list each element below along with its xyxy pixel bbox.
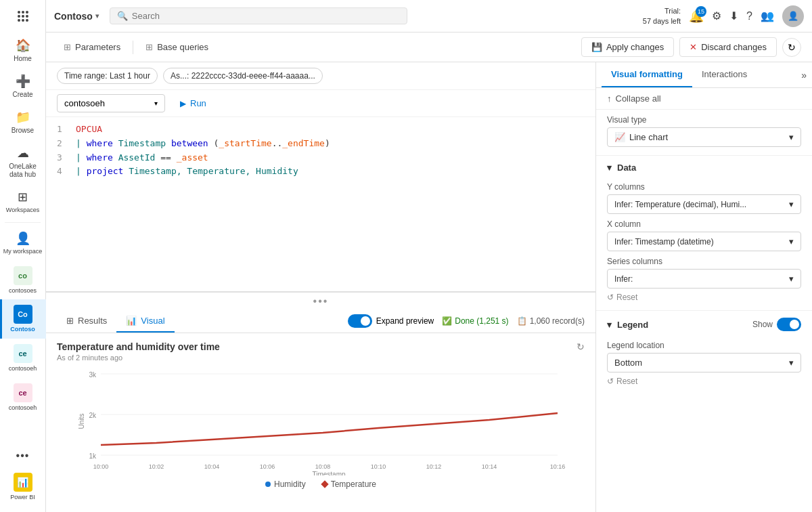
apply-changes-button[interactable]: 💾 Apply changes	[581, 37, 674, 57]
code-editor[interactable]: 1 OPCUA 2 | where Timestamp between (_st…	[46, 117, 595, 293]
results-icon: ⊞	[66, 316, 74, 326]
sidebar-onelake-label: OneLake data hub	[3, 163, 43, 179]
contosoes-avatar: co	[14, 266, 32, 285]
svg-text:3k: 3k	[89, 371, 97, 379]
collapse-all-row[interactable]: ↑ Collapse all	[596, 88, 812, 110]
visual-label: Visual	[141, 316, 164, 326]
sidebar-item-myworkspace[interactable]: 👤 My workspace	[0, 226, 46, 261]
sidebar-contosoeh-label: contosoeh	[9, 365, 37, 372]
results-tab[interactable]: ⊞ Results	[57, 310, 116, 333]
code-line-2: 2 | where Timestamp between (_startTime.…	[57, 137, 585, 151]
browse-icon: 📁	[16, 110, 30, 125]
sidebar-item-powerbi[interactable]: 📊 Power BI	[0, 467, 46, 507]
code-line-1: 1 OPCUA	[57, 123, 585, 137]
sidebar-item-browse[interactable]: 📁 Browse	[0, 104, 46, 140]
parameters-icon: ⊞	[64, 42, 71, 52]
chart-container: 3k 2k 1k Units 10:00 10:02	[57, 367, 585, 475]
reset-row-2[interactable]: ↺ Reset	[607, 377, 801, 386]
parameters-tab[interactable]: ⊞ Parameters	[57, 38, 127, 56]
search-input[interactable]	[132, 11, 400, 21]
collapse-legend-icon: ▾	[607, 320, 612, 330]
chart-legend: Humidity Temperature	[57, 479, 585, 489]
refresh-button[interactable]: ↻	[782, 38, 801, 57]
line-num-3: 3	[57, 151, 68, 165]
visual-type-label: Visual type	[607, 115, 801, 125]
record-count: 📋 1,060 record(s)	[517, 316, 585, 326]
expand-panel-button[interactable]: »	[801, 70, 807, 81]
legend-temperature: Temperature	[322, 479, 376, 489]
sidebar-item-create[interactable]: ➕ Create	[0, 68, 46, 104]
sidebar-item-apps[interactable]	[0, 5, 46, 27]
sidebar-item-contosoes[interactable]: co contosoes	[0, 261, 46, 300]
apply-label: Apply changes	[606, 42, 664, 52]
search-box[interactable]: 🔍	[110, 7, 407, 24]
refresh-icon: ↻	[788, 42, 796, 53]
svg-text:10:12: 10:12	[426, 463, 442, 470]
tab-visual-label: Visual formatting	[611, 69, 683, 79]
code-content-4: | project Timestamp, Temperature, Humidi…	[76, 165, 298, 179]
apps-icon	[18, 11, 28, 22]
sidebar-item-onelake[interactable]: ☁ OneLake data hub	[0, 140, 46, 184]
right-panel-tabs: Visual formatting Interactions »	[596, 62, 812, 88]
sidebar-contosoeh2-label: contosoeh	[9, 404, 37, 412]
sidebar-item-contoso[interactable]: Co Contoso	[0, 299, 46, 339]
sidebar-item-workspaces[interactable]: ⊞ Workspaces	[0, 184, 46, 219]
data-section-header[interactable]: ▾ Data	[596, 156, 812, 177]
reset-row-1[interactable]: ↺ Reset	[607, 293, 801, 302]
legend-title-row[interactable]: ▾ Legend	[607, 320, 648, 330]
database-select[interactable]: contosoeh ▾	[57, 94, 165, 112]
toolbar-sep	[133, 41, 133, 54]
done-status: Done (1,251 s)	[455, 316, 508, 326]
help-icon[interactable]: ?	[746, 10, 752, 22]
visual-type-dropdown[interactable]: 📈 Line chart ▾	[607, 127, 801, 147]
tab-right: Expand preview ✅ Done (1,251 s) 📋 1,060 …	[348, 314, 585, 328]
sidebar-contoso-label: Contoso	[10, 326, 35, 333]
chevron-down-icon-y: ▾	[789, 199, 794, 209]
chevron-down-icon: ▾	[789, 132, 794, 142]
query-toolbar: contosoeh ▾ ▶ Run	[46, 90, 595, 117]
chart-area: Temperature and humidity over time As of…	[46, 333, 595, 513]
run-button[interactable]: ▶ Run	[171, 95, 216, 112]
legend-show-label: Show	[752, 320, 773, 329]
code-content-1: OPCUA	[76, 123, 102, 137]
notification-button[interactable]: 🔔 15	[689, 9, 704, 24]
svg-text:10:14: 10:14	[482, 463, 497, 470]
chart-title: Temperature and humidity over time	[57, 341, 220, 352]
legend-show-toggle[interactable]	[777, 318, 801, 331]
chevron-down-icon-x: ▾	[789, 236, 794, 247]
svg-text:10:06: 10:06	[260, 463, 275, 470]
sidebar-item-contosoeh2[interactable]: ce contosoeh	[0, 378, 46, 417]
brand[interactable]: Contoso ▾	[54, 11, 99, 22]
legend-section-header: ▾ Legend Show	[596, 311, 812, 335]
legend-location-dropdown[interactable]: Bottom ▾	[607, 353, 801, 372]
filter-row: Time range: Last 1 hour As...: 2222cccc-…	[46, 62, 595, 90]
x-column-dropdown[interactable]: Infer: Timestamp (datetime) ▾	[607, 232, 801, 251]
avatar[interactable]: 👤	[782, 5, 804, 27]
time-range-filter[interactable]: Time range: Last 1 hour	[57, 68, 158, 84]
series-dropdown[interactable]: Infer: ▾	[607, 269, 801, 289]
resize-handle[interactable]: •••	[46, 293, 595, 310]
reset-icon-2: ↺	[607, 377, 614, 386]
sidebar-contosoes-label: contosoes	[9, 287, 37, 295]
discard-changes-button[interactable]: ✕ Discard changes	[679, 37, 777, 57]
share-icon[interactable]: 👥	[761, 9, 774, 22]
chart-refresh-button[interactable]: ↻	[577, 341, 585, 352]
visual-tab[interactable]: 📊 Visual	[116, 310, 174, 333]
sidebar-item-home[interactable]: 🏠 Home	[0, 33, 46, 68]
asset-filter[interactable]: As...: 2222cccc-33dd-eeee-ff44-aaaaa...	[163, 68, 323, 84]
y-columns-dropdown[interactable]: Infer: Temperature (decimal), Humi... ▾	[607, 194, 801, 214]
sidebar-item-more[interactable]: •••	[0, 444, 46, 467]
temperature-label: Temperature	[331, 479, 376, 489]
expand-preview-toggle[interactable]	[348, 314, 372, 328]
settings-icon[interactable]: ⚙	[712, 9, 721, 22]
sidebar-home-label: Home	[14, 55, 32, 63]
download-icon[interactable]: ⬇	[729, 9, 738, 22]
svg-text:10:10: 10:10	[371, 463, 386, 470]
tab-visual-formatting[interactable]: Visual formatting	[602, 62, 692, 87]
tab-interactions-label: Interactions	[702, 69, 747, 79]
expand-preview-label: Expand preview	[376, 316, 434, 326]
tab-interactions[interactable]: Interactions	[692, 62, 757, 87]
svg-text:2k: 2k	[89, 412, 97, 419]
base-queries-tab[interactable]: ⊞ Base queries	[139, 38, 215, 56]
sidebar-item-contosoeh[interactable]: ce contosoeh	[0, 339, 46, 378]
